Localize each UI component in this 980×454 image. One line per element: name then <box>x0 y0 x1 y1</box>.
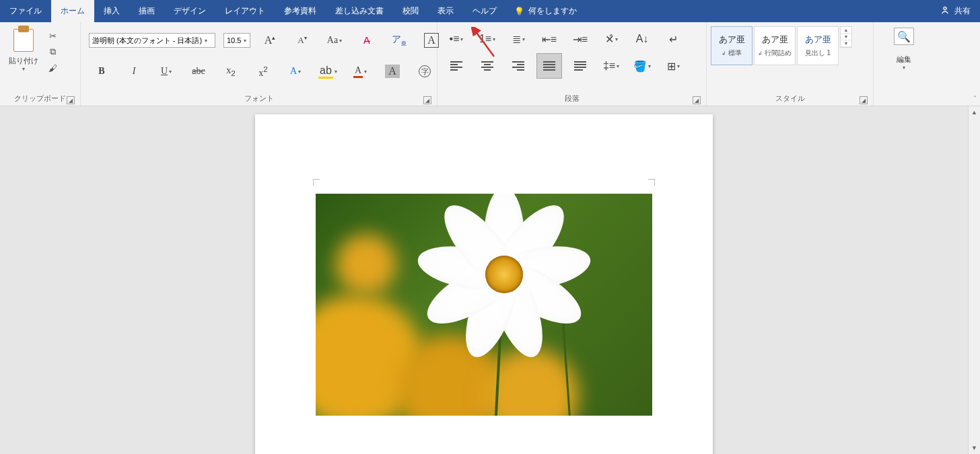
tab-layout[interactable]: レイアウト <box>215 0 275 22</box>
brush-icon: 🖌 <box>48 63 57 73</box>
shading-button[interactable]: 🪣▾ <box>629 53 655 79</box>
share-label: 共有 <box>954 5 971 17</box>
find-button[interactable]: 🔍 <box>894 28 914 45</box>
italic-button[interactable]: I <box>121 59 147 84</box>
decrease-indent-button[interactable]: ⇤≡ <box>536 26 562 52</box>
flower-illustration <box>417 194 592 362</box>
styles-dialog-launcher[interactable]: ◢ <box>860 96 868 104</box>
tab-review[interactable]: 校閲 <box>393 0 428 22</box>
align-center-button[interactable] <box>475 53 500 79</box>
group-styles: あア亜 ↲ 標準 あア亜 ↲ 行間詰め あア亜 見出し 1 ▴▾▾ スタイル ◢ <box>707 22 874 106</box>
style-no-spacing[interactable]: あア亜 ↲ 行間詰め <box>754 26 796 65</box>
group-paragraph: •≡▾ 1≡▾ ≣▾ ⇤≡ ⇥≡ ✕̂▾ A↓ ↵ ‡≡▾ 🪣▾ ⊞▾ 段落 ◢ <box>438 22 707 106</box>
bold-icon: B <box>98 66 104 77</box>
subscript-button[interactable]: x2 <box>218 59 244 84</box>
scroll-down-button[interactable]: ▼ <box>969 442 980 454</box>
align-justify-icon <box>543 61 555 71</box>
strikethrough-button[interactable]: abc <box>186 59 211 84</box>
group-label-paragraph: 段落 <box>565 93 580 104</box>
tab-view[interactable]: 表示 <box>428 0 463 22</box>
font-color-button[interactable]: A▾ <box>347 59 373 84</box>
collapse-ribbon-button[interactable]: ˆ <box>974 96 976 103</box>
subscript-icon: x2 <box>226 65 235 77</box>
group-label-clipboard: クリップボード <box>14 93 66 104</box>
underline-button[interactable]: U▾ <box>153 59 179 84</box>
bold-button[interactable]: B <box>89 59 114 84</box>
highlight-icon: ab <box>318 65 333 79</box>
page[interactable] <box>255 114 713 454</box>
italic-icon: I <box>133 66 136 77</box>
paragraph-dialog-launcher[interactable]: ◢ <box>693 96 701 104</box>
vertical-scrollbar[interactable]: ▲ ▼ <box>968 106 980 454</box>
scissors-icon: ✂ <box>49 31 57 41</box>
inserted-image[interactable] <box>316 194 652 416</box>
tab-help[interactable]: ヘルプ <box>463 0 506 22</box>
align-right-button[interactable] <box>505 53 531 79</box>
char-border-icon: A <box>424 33 439 48</box>
copy-button[interactable]: ⧉ <box>46 45 59 59</box>
tab-home[interactable]: ホーム <box>51 0 94 22</box>
change-case-button[interactable]: Aa▾ <box>322 28 347 53</box>
styles-gallery-more[interactable]: ▴▾▾ <box>840 26 852 48</box>
clear-formatting-button[interactable]: A̶ <box>354 28 380 53</box>
char-shade-icon: A <box>385 65 400 78</box>
distribute-button[interactable] <box>567 53 593 79</box>
style-heading1[interactable]: あア亜 見出し 1 <box>797 26 839 65</box>
distribute-icon <box>574 61 586 71</box>
margin-marker <box>648 179 655 186</box>
show-marks-button[interactable]: ↵ <box>660 26 686 52</box>
font-name-combo[interactable]: 游明朝 (本文のフォント - 日本語) ▾ <box>89 33 215 48</box>
phonetic-guide-button[interactable]: ア亜 <box>386 28 412 53</box>
style-preview: あア亜 <box>762 34 788 46</box>
font-name-value: 游明朝 (本文のフォント - 日本語) <box>92 36 202 46</box>
superscript-button[interactable]: x2 <box>250 59 276 84</box>
copy-icon: ⧉ <box>50 46 56 57</box>
multilevel-list-button[interactable]: ≣▾ <box>505 26 531 52</box>
scroll-track[interactable] <box>969 118 980 442</box>
share-button[interactable]: 共有 <box>930 0 980 22</box>
bullets-button[interactable]: •≡▾ <box>444 26 469 52</box>
clipboard-dialog-launcher[interactable]: ◢ <box>67 96 75 104</box>
character-shading-button[interactable]: A <box>380 59 405 84</box>
pilcrow-icon: ↵ <box>669 33 678 46</box>
font-size-value: 10.5 <box>227 36 241 44</box>
font-dialog-launcher[interactable]: ◢ <box>423 96 431 104</box>
cut-button[interactable]: ✂ <box>46 29 59 42</box>
tab-design[interactable]: デザイン <box>164 0 215 22</box>
tab-draw[interactable]: 描画 <box>129 0 164 22</box>
align-justify-button[interactable] <box>536 53 562 79</box>
group-font: 游明朝 (本文のフォント - 日本語) ▾ 10.5 ▾ A▴ A▾ Aa▾ A… <box>81 22 438 106</box>
ribbon: 貼り付け ▾ ✂ ⧉ 🖌 クリップボード ◢ 游明朝 (本文のフォント - 日本… <box>0 22 980 106</box>
format-painter-button[interactable]: 🖌 <box>46 61 59 75</box>
clear-format-icon: A̶ <box>363 35 370 46</box>
strike-icon: abc <box>192 66 205 77</box>
paint-bucket-icon: 🪣 <box>633 60 647 73</box>
increase-indent-button[interactable]: ⇥≡ <box>567 26 593 52</box>
svg-point-0 <box>944 7 946 9</box>
asian-layout-button[interactable]: ✕̂▾ <box>598 26 624 52</box>
highlight-button[interactable]: ab▾ <box>315 59 341 84</box>
sort-button[interactable]: A↓ <box>629 26 655 52</box>
text-effects-button[interactable]: A▾ <box>283 59 308 84</box>
tell-me-search[interactable]: 💡 何をしますか <box>506 0 585 22</box>
numbering-button[interactable]: 1≡▾ <box>475 26 500 52</box>
tab-mailings[interactable]: 差し込み文書 <box>326 0 393 22</box>
align-left-button[interactable] <box>444 53 469 79</box>
style-normal[interactable]: あア亜 ↲ 標準 <box>711 26 753 65</box>
tab-references[interactable]: 参考資料 <box>275 0 326 22</box>
shrink-font-button[interactable]: A▾ <box>289 28 315 53</box>
paste-button[interactable]: 貼り付け ▾ <box>4 25 43 72</box>
font-size-combo[interactable]: 10.5 ▾ <box>223 33 250 48</box>
numbering-icon: 1≡ <box>479 33 491 45</box>
paste-label: 貼り付け <box>9 56 38 66</box>
tab-file[interactable]: ファイル <box>0 0 51 22</box>
document-canvas[interactable] <box>0 106 968 454</box>
tab-insert[interactable]: 挿入 <box>94 0 129 22</box>
line-spacing-button[interactable]: ‡≡▾ <box>598 53 624 79</box>
search-icon: 🔍 <box>897 30 911 43</box>
grow-font-button[interactable]: A▴ <box>257 28 283 53</box>
outdent-icon: ⇤≡ <box>542 33 557 46</box>
enclose-characters-button[interactable]: 字 <box>412 59 438 84</box>
scroll-up-button[interactable]: ▲ <box>969 106 980 118</box>
borders-button[interactable]: ⊞▾ <box>660 53 686 79</box>
